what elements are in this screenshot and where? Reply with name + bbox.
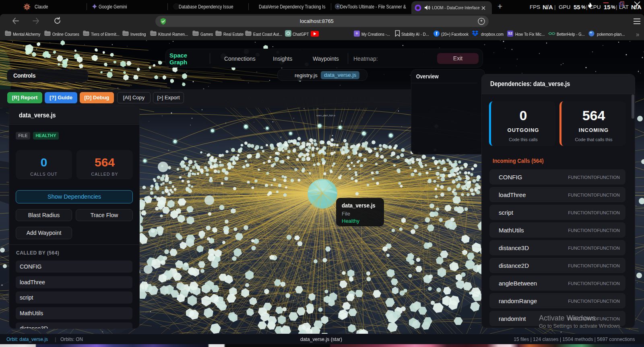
svg-text:space_graph_flight.js: space_graph_flight.js — [316, 114, 336, 117]
